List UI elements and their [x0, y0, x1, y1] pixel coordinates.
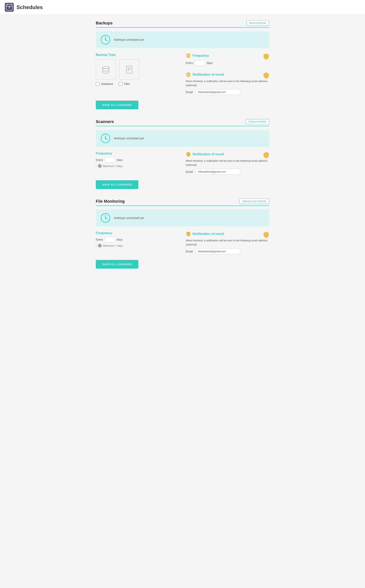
backups-notification-section: Notification of result When finished, a …	[186, 72, 269, 95]
scanners-no-schedule-banner: Nothing's scheduled yet.	[96, 130, 269, 147]
file-monitoring-frequency-col: Frequency Every days ? Maximum 7 days.	[96, 231, 179, 247]
backups-notif-desc: When finished, a notification will be se…	[186, 79, 269, 87]
files-icon	[124, 65, 134, 74]
files-label: Files	[124, 82, 130, 85]
backups-frequency-section: Frequency Every days	[186, 53, 269, 67]
file-monitoring-notification-shield-icon	[186, 231, 191, 237]
backups-every-label: Every	[186, 61, 193, 64]
main-content: Backups Backup Module Nothing's schedule…	[92, 15, 273, 284]
notification-shield-icon	[186, 72, 191, 77]
scanners-title: Scanners	[96, 119, 114, 124]
malware-scan-module-button[interactable]: Malware Scan Module	[239, 199, 269, 204]
scanners-notif-label: Notification of result	[193, 153, 224, 156]
database-label: Database	[101, 82, 113, 85]
backup-checkboxes: Database Files	[96, 82, 179, 86]
clock-icon	[101, 35, 110, 45]
file-monitoring-every-label: Every	[96, 238, 103, 241]
svg-rect-15	[126, 66, 132, 73]
backups-freq-label: Frequency	[193, 54, 209, 57]
files-checkbox-label[interactable]: Files	[119, 82, 130, 86]
scanners-no-schedule-text: Nothing's scheduled yet.	[114, 137, 145, 140]
database-icon	[101, 65, 111, 74]
file-monitoring-section: File Monitoring Malware Scan Module Noth…	[96, 199, 269, 269]
freq-corner-shield-icon	[263, 53, 269, 60]
file-monitoring-notification-section: Notification of result When finished, a …	[186, 231, 269, 254]
backups-freq-shield-badge	[263, 53, 269, 59]
scanner-module-button[interactable]: Scanner Module	[246, 119, 269, 124]
backups-email-row: Email	[186, 89, 269, 95]
scanners-form-grid: Frequency Every days ? Maximum 7 days.	[96, 152, 269, 175]
file-monitoring-days-label: days	[117, 238, 123, 241]
backups-form-grid: Backup Type	[96, 53, 269, 95]
backups-freq-row: Every days	[186, 60, 269, 66]
page-header: 3 Schedules	[0, 0, 365, 15]
file-monitoring-email-input[interactable]	[196, 248, 240, 254]
backups-notif-label: Notification of result	[193, 73, 224, 77]
scanners-frequency-col: Frequency Every days ? Maximum 7 days.	[96, 152, 179, 168]
svg-point-26	[105, 217, 106, 219]
backups-days-label: days	[207, 61, 213, 64]
file-monitoring-freq-label: Frequency	[96, 231, 112, 235]
file-monitoring-no-schedule-text: Nothing's scheduled yet.	[114, 216, 145, 220]
file-monitoring-freq-row: Every days	[96, 237, 179, 242]
scanners-every-label: Every	[96, 158, 103, 161]
backups-email-label: Email	[186, 91, 194, 94]
notif-corner-shield-icon	[263, 72, 269, 79]
file-monitoring-no-schedule-banner: Nothing's scheduled yet.	[96, 210, 269, 226]
scanners-help-icon: ?	[98, 164, 102, 168]
backups-notif-title: Notification of result	[186, 72, 269, 77]
file-monitoring-notif-desc: When finished, a notification will be se…	[186, 238, 269, 246]
file-monitoring-section-header: File Monitoring Malware Scan Module	[96, 199, 269, 206]
backups-right-col: Frequency Every days	[186, 53, 269, 95]
scanners-max-note: Maximum 7 days.	[103, 165, 123, 168]
files-option-box[interactable]	[119, 59, 139, 80]
backups-notif-shield-badge	[263, 72, 269, 78]
scanners-save-button[interactable]: SAVE ALL CHANGES	[96, 180, 138, 189]
scanners-notif-desc: When finished, a notification will be se…	[186, 159, 269, 167]
scanners-clock-icon	[101, 133, 110, 143]
file-monitoring-frequency-input[interactable]	[105, 237, 115, 242]
file-monitoring-title: File Monitoring	[96, 199, 125, 204]
backups-frequency-input[interactable]	[195, 60, 205, 66]
backup-type-col: Backup Type	[96, 53, 179, 86]
scanners-section-header: Scanners Scanner Module	[96, 119, 269, 126]
database-checkbox[interactable]	[96, 82, 99, 86]
file-monitoring-save-button[interactable]: SAVE ALL CHANGES	[96, 260, 138, 269]
file-monitoring-notif-title: Notification of result	[186, 231, 269, 237]
backup-options-row	[96, 59, 179, 80]
file-monitoring-notif-label: Notification of result	[193, 232, 224, 236]
backups-email-input[interactable]	[196, 89, 240, 95]
scanners-freq-title: Frequency	[96, 152, 179, 155]
page-title: Schedules	[16, 4, 43, 10]
scanners-notif-title: Notification of result	[186, 152, 269, 157]
file-monitoring-notif-shield-badge	[263, 231, 269, 237]
scanners-section: Scanners Scanner Module Nothing's schedu…	[96, 119, 269, 189]
file-monitoring-max-note: Maximum 7 days.	[103, 244, 123, 247]
scanners-notification-shield-icon	[186, 152, 191, 157]
backups-title: Backups	[96, 21, 112, 25]
database-checkbox-label[interactable]: Database	[96, 82, 113, 86]
backups-save-button[interactable]: SAVE ALL CHANGES	[96, 101, 138, 109]
file-monitoring-corner-shield-icon	[263, 231, 269, 238]
files-checkbox[interactable]	[119, 82, 122, 86]
scanners-corner-shield-icon	[263, 152, 269, 159]
scanners-freq-note: ? Maximum 7 days.	[96, 164, 179, 168]
scanners-freq-row: Every days	[96, 157, 179, 162]
database-option-box[interactable]	[96, 59, 116, 80]
scanners-email-input[interactable]	[196, 169, 240, 175]
frequency-shield-icon	[186, 53, 191, 58]
svg-text:3: 3	[8, 6, 10, 9]
svg-point-22	[105, 138, 106, 139]
app-icon: 3	[5, 3, 14, 12]
svg-point-9	[105, 39, 106, 40]
scanners-days-label: days	[117, 158, 123, 161]
file-monitoring-email-row: Email	[186, 248, 269, 254]
backup-type-label: Backup Type	[96, 53, 179, 57]
scanners-frequency-input[interactable]	[105, 157, 115, 162]
file-monitoring-freq-title: Frequency	[96, 231, 179, 235]
backups-freq-title: Frequency	[186, 53, 269, 58]
backups-no-schedule-text: Nothing's scheduled yet.	[114, 38, 145, 41]
scanners-email-row: Email	[186, 169, 269, 175]
file-monitoring-clock-icon	[101, 213, 110, 223]
backup-module-button[interactable]: Backup Module	[246, 20, 269, 26]
